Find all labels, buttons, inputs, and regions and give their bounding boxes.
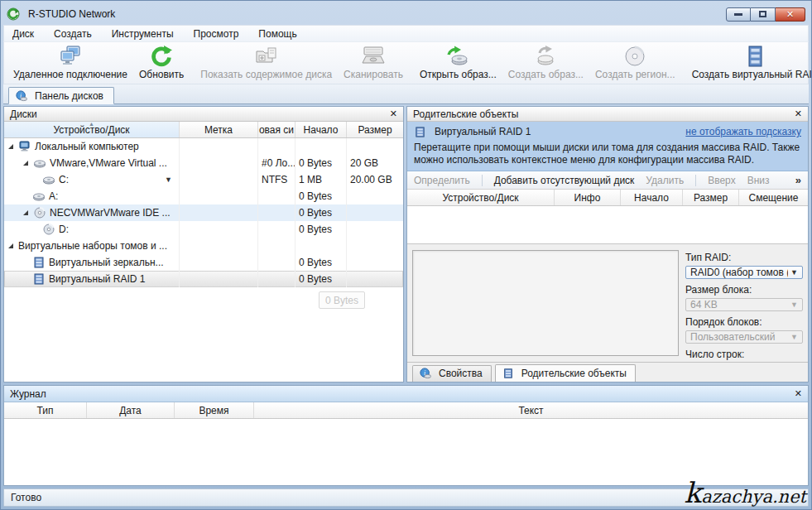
tab-drive-panel[interactable]: i Панель дисков (8, 87, 114, 104)
menu-disk[interactable]: Диск (12, 28, 34, 40)
device-name: VMware,VMware Virtual ... (50, 157, 167, 169)
app-icon (7, 7, 20, 21)
expander-icon[interactable] (22, 159, 31, 167)
disks-panel: Диски ✕ ▲Устройство/Диск Метка овая си Н… (3, 106, 404, 382)
maximize-button[interactable] (751, 7, 776, 22)
parent-close-icon[interactable]: ✕ (795, 109, 802, 118)
create-virtual-raid-button[interactable]: Создать виртуальный RAID (686, 42, 812, 83)
parent-panel-title: Родительские объекты (413, 108, 518, 120)
tab-properties[interactable]: i Свойства (412, 365, 492, 382)
menu-create[interactable]: Создать (54, 28, 92, 40)
add-missing-disk-button[interactable]: Добавить отсутствующий диск (494, 175, 635, 186)
column-filesystem[interactable]: овая си (258, 122, 295, 137)
show-disk-content-label: Показать содержимое диска (200, 69, 332, 80)
log-panel-title: Журнал (10, 388, 46, 400)
create-image-label: Создать образ... (508, 69, 584, 80)
column-start[interactable]: Начало (621, 190, 683, 205)
create-region-button[interactable]: Создать регион... (589, 42, 681, 83)
close-icon: ✕ (786, 9, 794, 20)
raid-type-label: Тип RAID: (685, 252, 803, 263)
remote-connection-label: Удаленное подключение (13, 69, 127, 80)
computer-icon (18, 140, 31, 153)
toolbar-separator (482, 175, 483, 186)
main-area: Диски ✕ ▲Устройство/Диск Метка овая си Н… (3, 106, 809, 382)
raid-hint-title: Виртуальный RAID 1 (435, 126, 531, 137)
disks-column-headers: ▲Устройство/Диск Метка овая си Начало Ра… (4, 122, 403, 138)
menu-view[interactable]: Просмотр (194, 28, 239, 40)
scan-icon (361, 44, 386, 69)
column-start[interactable]: Начало (295, 122, 347, 137)
menu-tools[interactable]: Инструменты (112, 28, 174, 40)
column-text[interactable]: Текст (254, 402, 808, 418)
tree-row-volume-a[interactable]: A: 0 Bytes (4, 188, 403, 204)
open-image-label: Открыть образ... (420, 69, 497, 80)
tree-row-cdrom-drive[interactable]: NECVMWarVMware IDE ... 0 Bytes (4, 204, 403, 221)
tab-parent-objects-label: Родительские объекты (521, 368, 627, 379)
tab-parent-objects[interactable]: Родительские объекты (495, 364, 636, 382)
menu-help[interactable]: Помощь (258, 28, 296, 40)
row-dropdown-caret-icon[interactable]: ▼ (165, 176, 172, 184)
create-image-icon (533, 44, 558, 69)
block-order-select[interactable]: Пользовательский ▼ (685, 330, 803, 344)
raid-toolbar-overflow-chevron-icon[interactable]: » (795, 174, 801, 186)
expander-icon[interactable] (7, 142, 16, 151)
toolbar-separator (695, 175, 696, 186)
move-up-button[interactable]: Вверх (708, 175, 735, 186)
expander-icon[interactable] (22, 209, 31, 217)
log-close-icon[interactable]: ✕ (795, 388, 802, 399)
title-bar[interactable]: R-STUDIO Network ✕ (3, 3, 809, 25)
tree-row-volume-d[interactable]: D: 0 Bytes (4, 221, 403, 238)
raid-icon (32, 256, 46, 269)
device-name: D: (59, 224, 69, 235)
watermark: kazachya.net (685, 480, 806, 509)
move-down-button[interactable]: Вниз (747, 175, 770, 186)
close-button[interactable]: ✕ (776, 7, 805, 22)
create-image-button[interactable]: Создать образ... (502, 42, 589, 83)
raid-hint-box: Виртуальный RAID 1 не отображать подсказ… (407, 122, 808, 171)
view-tab-strip: i Панель дисков (3, 84, 809, 104)
disks-close-icon[interactable]: ✕ (390, 109, 397, 118)
refresh-button[interactable]: Обновить (133, 42, 190, 83)
open-image-button[interactable]: Открыть образ... (414, 42, 502, 83)
tree-row-vmware-disk[interactable]: VMware,VMware Virtual ... #0 Ло... 0 Byt… (4, 155, 403, 171)
column-size[interactable]: Размер (347, 122, 403, 137)
hide-hint-link[interactable]: не отображать подсказку (685, 126, 801, 137)
minimize-button[interactable] (726, 7, 751, 22)
raid-type-select[interactable]: RAID0 (набор томов ( ▼ (685, 266, 803, 279)
column-info[interactable]: Инфо (555, 190, 621, 205)
maximize-icon (759, 11, 766, 17)
column-type[interactable]: Тип (4, 402, 87, 418)
column-device-disk[interactable]: ▲Устройство/Диск (4, 122, 180, 137)
remove-button[interactable]: Удалить (646, 175, 684, 186)
tree-row-local-computer[interactable]: Локальный компьютер (4, 138, 403, 155)
tree-row-virtual-raid-1[interactable]: Виртуальный RAID 1 0 Bytes (4, 271, 403, 287)
raid-icon (502, 368, 514, 379)
column-date[interactable]: Дата (87, 402, 175, 418)
cd-drive-icon (33, 206, 46, 219)
tree-row-volume-c[interactable]: C:▼ NTFS 1 MB 20.00 GB (4, 171, 403, 188)
column-size[interactable]: Размер (683, 190, 739, 205)
log-body[interactable] (4, 419, 808, 485)
hard-disk-icon (32, 190, 46, 203)
tree-row-virtual-mirror[interactable]: Виртуальный зеркальн... 0 Bytes (4, 254, 403, 271)
tree-row-virtual-volumes-group[interactable]: Виртуальные наборы томов и ... (4, 238, 403, 254)
show-disk-content-button[interactable]: Показать содержимое диска (195, 42, 338, 83)
block-size-select[interactable]: 64 KB ▼ (685, 298, 803, 311)
scan-label: Сканировать (344, 69, 403, 80)
column-offset[interactable]: Смещение (739, 190, 808, 205)
window-controls: ✕ (726, 7, 805, 22)
disks-panel-header: Диски ✕ (4, 107, 403, 122)
remote-connection-button[interactable]: Удаленное подключение (7, 42, 133, 83)
log-panel: Журнал ✕ Тип Дата Время Текст (3, 385, 809, 486)
raid-layout-box[interactable] (412, 250, 679, 356)
column-device-disk[interactable]: Устройство/Диск (407, 190, 555, 205)
expander-icon[interactable] (7, 242, 16, 250)
log-column-headers: Тип Дата Время Текст (4, 402, 808, 419)
identify-button[interactable]: Определить (414, 175, 470, 186)
column-label[interactable]: Метка (180, 122, 258, 137)
scan-button[interactable]: Сканировать (338, 42, 409, 83)
disks-panel-title: Диски (10, 108, 37, 120)
block-size-label: Размер блока: (685, 284, 803, 296)
raid-members-list[interactable] (407, 206, 808, 244)
column-time[interactable]: Время (175, 402, 254, 418)
